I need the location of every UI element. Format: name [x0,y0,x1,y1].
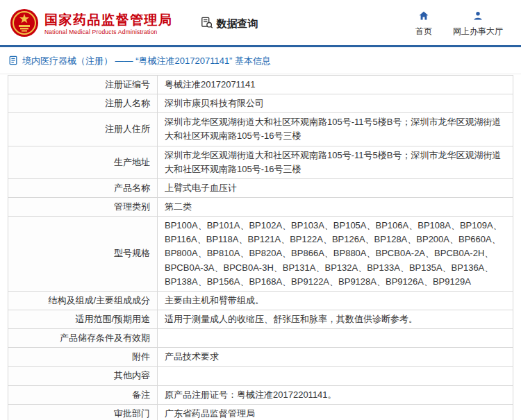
table-row: 型号规格 BP100A、BP101A、BP102A、BP103A、BP105A、… [8,217,513,292]
table-row: 备注 原产品注册证号：粤械注准20172201141。 [8,385,513,404]
table-row: 附件 产品技术要求 [8,348,513,367]
document-icon [8,56,18,67]
table-row: 其他内容 [8,367,513,385]
breadcrumb: 境内医疗器械（注册） —— “粤械注准20172071141” 基本信息 [0,47,521,74]
row-label: 备注 [8,385,158,404]
row-label: 管理类别 [8,197,158,216]
row-label: 产品储存条件及有效期 [8,329,158,348]
home-icon [418,10,429,24]
table-row: 审批部门 广东省药品监督管理局 [8,404,513,420]
breadcrumb-text: 境内医疗器械（注册） —— “粤械注准20172071141” 基本信息 [22,55,271,67]
org-title-block: 国家药品监督管理局 National Medical Products Admi… [44,12,173,36]
row-value: 粤械注准20172071141 [158,76,513,94]
row-value: 主要由主机和臂带组成。 [158,291,513,310]
row-value: 深圳市龙华区观湖街道大和社区环观南路105号-11号5楼B号；深圳市龙华区观湖街… [158,113,513,146]
row-label: 注册人名称 [8,94,158,113]
data-query-label: 数据查询 [217,17,258,31]
row-label: 适用范围/预期用途 [8,310,158,328]
row-label: 审批部门 [8,404,158,420]
table-row: 注册人名称 深圳市康贝科技有限公司 [8,94,513,113]
table-row: 产品名称 上臂式电子血压计 [8,178,513,197]
row-value: 原产品注册证号：粤械注准20172201141。 [158,385,513,404]
top-nav: 首页 网上办事大厅 [415,10,510,37]
row-label: 产品名称 [8,178,158,197]
nav-service-hall-label: 网上办事大厅 [453,26,503,37]
row-label: 注册证编号 [8,76,158,94]
row-label: 型号规格 [8,217,158,292]
data-query-tab[interactable]: 数据查询 [201,17,258,31]
org-name-en: National Medical Products Administration [44,28,173,35]
header: 国家药品监督管理局 National Medical Products Admi… [0,0,521,45]
table-row: 注册证编号 粤械注准20172071141 [8,76,513,94]
table-row: 结构及组成/主要组成成分 主要由主机和臂带组成。 [8,291,513,310]
row-label: 结构及组成/主要组成成分 [8,291,158,310]
row-value: 适用于测量成人的收缩压、舒张压和脉率，其数值供诊断参考。 [158,310,513,328]
row-label: 生产地址 [8,146,158,178]
table-row: 管理类别 第二类 [8,197,513,216]
registration-info-table: 注册证编号 粤械注准20172071141 注册人名称 深圳市康贝科技有限公司 … [8,75,513,420]
org-name-cn: 国家药品监督管理局 [44,12,173,28]
row-value: BP100A、BP101A、BP102A、BP103A、BP105A、BP106… [158,217,513,292]
row-label: 附件 [8,348,158,367]
data-query-icon [201,17,213,31]
nav-home-label: 首页 [415,26,432,37]
table-row: 适用范围/预期用途 适用于测量成人的收缩压、舒张压和脉率，其数值供诊断参考。 [8,310,513,328]
table-row: 产品储存条件及有效期 [8,329,513,348]
row-value: 产品技术要求 [158,348,513,367]
table-row: 注册人住所 深圳市龙华区观湖街道大和社区环观南路105号-11号5楼B号；深圳市… [8,113,513,146]
row-label: 其他内容 [8,367,158,385]
row-value: 深圳市康贝科技有限公司 [158,94,513,113]
user-icon [472,10,483,24]
nav-home[interactable]: 首页 [415,10,432,37]
nav-service-hall[interactable]: 网上办事大厅 [453,10,503,37]
row-value [158,367,513,385]
table-row: 生产地址 深圳市龙华区观湖街道大和社区环观南路105号-11号5楼B号；深圳市龙… [8,146,513,178]
row-label: 注册人住所 [8,113,158,146]
row-value: 上臂式电子血压计 [158,178,513,197]
row-value: 深圳市龙华区观湖街道大和社区环观南路105号-11号5楼B号；深圳市龙华区观湖街… [158,146,513,178]
row-value: 第二类 [158,197,513,216]
row-value: 广东省药品监督管理局 [158,404,513,420]
row-value [158,329,513,348]
national-emblem-logo [10,8,39,40]
